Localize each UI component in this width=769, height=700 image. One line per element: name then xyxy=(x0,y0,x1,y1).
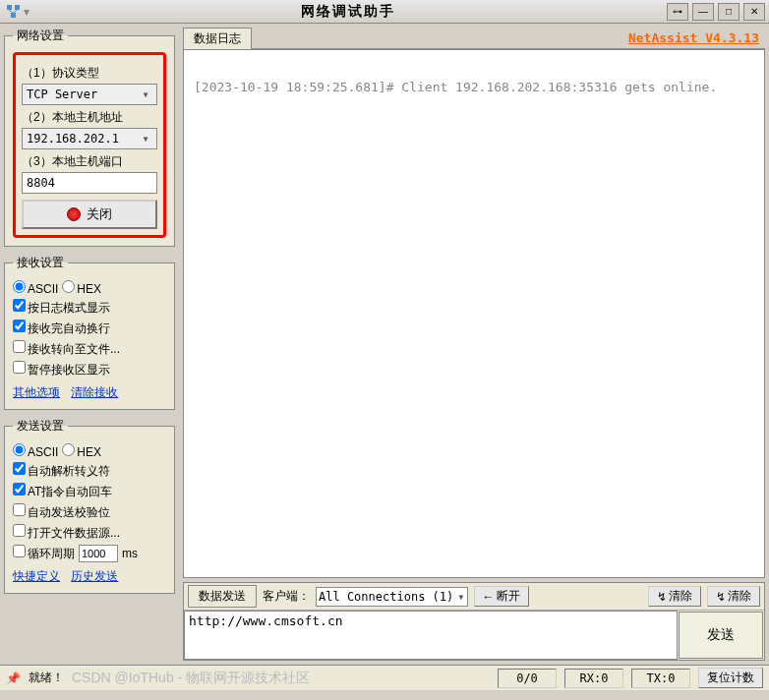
recv-clear-link[interactable]: 清除接收 xyxy=(71,385,118,399)
arrow-left-icon: ← xyxy=(483,590,495,604)
send-settings-group: 发送设置 ASCII HEX 自动解析转义符 AT指令自动回车 自动发送校验位 … xyxy=(4,418,175,594)
recv-other-link[interactable]: 其他选项 xyxy=(13,385,60,399)
network-settings-group: 网络设置 （1）协议类型 TCP Server ▾ （2）本地主机地址 192.… xyxy=(4,28,175,247)
host-label: （2）本地主机地址 xyxy=(22,109,157,126)
connections-combo[interactable]: All Connections (1) ▾ xyxy=(316,587,468,607)
pin-icon: ⊶ xyxy=(673,6,682,17)
send-crc-check[interactable]: 自动发送校验位 xyxy=(13,503,110,521)
status-rx: RX:0 xyxy=(564,669,623,688)
log-textarea[interactable]: [2023-10-19 18:59:25.681]# Client 192.16… xyxy=(183,49,765,578)
send-button[interactable]: 发送 xyxy=(679,612,763,659)
protocol-value: TCP Server xyxy=(27,88,97,101)
svg-line-3 xyxy=(9,10,13,13)
log-tab[interactable]: 数据日志 xyxy=(183,28,252,49)
minimize-button[interactable]: — xyxy=(692,3,714,21)
maximize-button[interactable]: □ xyxy=(718,3,739,21)
watermark-text: CSDN @IoTHub - 物联网开源技术社区 xyxy=(72,670,490,687)
chevron-down-icon: ▾ xyxy=(139,88,152,101)
port-label: （3）本地主机端口 xyxy=(22,153,157,170)
send-filesrc-check[interactable]: 打开文件数据源... xyxy=(13,524,120,542)
recv-tofile-check[interactable]: 接收转向至文件... xyxy=(13,340,120,358)
app-icon xyxy=(4,2,24,22)
cycle-input[interactable] xyxy=(79,545,118,562)
minimize-icon: — xyxy=(698,6,708,17)
status-counter: 0/0 xyxy=(498,669,557,688)
svg-rect-1 xyxy=(15,5,20,10)
protocol-select[interactable]: TCP Server ▾ xyxy=(22,84,157,105)
status-ready: 就绪！ xyxy=(29,670,64,686)
ready-icon: 📌 xyxy=(6,671,21,685)
svg-rect-0 xyxy=(7,5,12,10)
send-tab[interactable]: 数据发送 xyxy=(188,585,257,608)
recv-pause-check[interactable]: 暂停接收区显示 xyxy=(13,361,110,379)
send-history-link[interactable]: 历史发送 xyxy=(71,569,118,583)
lightning-icon: ↯ xyxy=(657,590,667,604)
titlebar: ▾ 网络调试助手 ⊶ — □ ✕ xyxy=(0,0,769,24)
send-ascii-radio[interactable]: ASCII xyxy=(13,443,58,459)
svg-line-4 xyxy=(14,10,17,13)
chevron-down-icon: ▾ xyxy=(139,132,152,146)
send-escape-check[interactable]: 自动解析转义符 xyxy=(13,462,110,480)
window-title: 网络调试助手 xyxy=(30,3,667,21)
reset-counter-button[interactable]: 复位计数 xyxy=(698,668,763,688)
send-input[interactable] xyxy=(184,611,678,660)
recv-ascii-radio[interactable]: ASCII xyxy=(13,280,58,296)
network-highlight-box: （1）协议类型 TCP Server ▾ （2）本地主机地址 192.168.2… xyxy=(13,52,166,238)
host-select[interactable]: 192.168.202.1 ▾ xyxy=(22,128,157,149)
send-quick-link[interactable]: 快捷定义 xyxy=(13,569,60,583)
recv-logmode-check[interactable]: 按日志模式显示 xyxy=(13,299,110,317)
recv-legend: 接收设置 xyxy=(13,255,68,271)
connections-value: All Connections (1) xyxy=(319,590,453,604)
recv-settings-group: 接收设置 ASCII HEX 按日志模式显示 接收完自动换行 接收转向至文件..… xyxy=(4,255,175,410)
close-connection-button[interactable]: 关闭 xyxy=(22,200,157,229)
clear-recv-button[interactable]: ↯清除 xyxy=(648,586,701,607)
status-tx: TX:0 xyxy=(631,669,690,688)
clear-send-button[interactable]: ↯清除 xyxy=(707,586,760,607)
client-label: 客户端： xyxy=(263,588,310,605)
send-hex-radio[interactable]: HEX xyxy=(62,443,101,459)
pin-button[interactable]: ⊶ xyxy=(667,3,688,21)
close-icon: ✕ xyxy=(750,6,758,17)
chevron-down-icon: ▾ xyxy=(457,590,464,604)
record-icon xyxy=(67,207,81,221)
disconnect-button[interactable]: ←断开 xyxy=(474,586,529,607)
close-btn-label: 关闭 xyxy=(87,205,112,223)
protocol-label: （1）协议类型 xyxy=(22,65,157,82)
send-panel: 数据发送 客户端： All Connections (1) ▾ ←断开 ↯清除 … xyxy=(183,582,765,661)
send-cycle-check[interactable]: 循环周期 xyxy=(13,545,75,562)
svg-rect-2 xyxy=(11,13,16,18)
recv-autonl-check[interactable]: 接收完自动换行 xyxy=(13,320,110,337)
brand-link[interactable]: NetAssist V4.3.13 xyxy=(628,30,759,45)
recv-hex-radio[interactable]: HEX xyxy=(62,280,101,296)
maximize-icon: □ xyxy=(726,6,732,17)
lightning-icon: ↯ xyxy=(716,590,726,604)
host-value: 192.168.202.1 xyxy=(27,132,119,146)
close-window-button[interactable]: ✕ xyxy=(743,3,765,21)
send-legend: 发送设置 xyxy=(13,418,68,435)
send-at-check[interactable]: AT指令自动回车 xyxy=(13,483,112,500)
port-input[interactable] xyxy=(22,172,157,194)
network-legend: 网络设置 xyxy=(13,28,68,44)
statusbar: 📌 就绪！ CSDN @IoTHub - 物联网开源技术社区 0/0 RX:0 … xyxy=(0,665,769,690)
cycle-unit: ms xyxy=(122,547,138,560)
